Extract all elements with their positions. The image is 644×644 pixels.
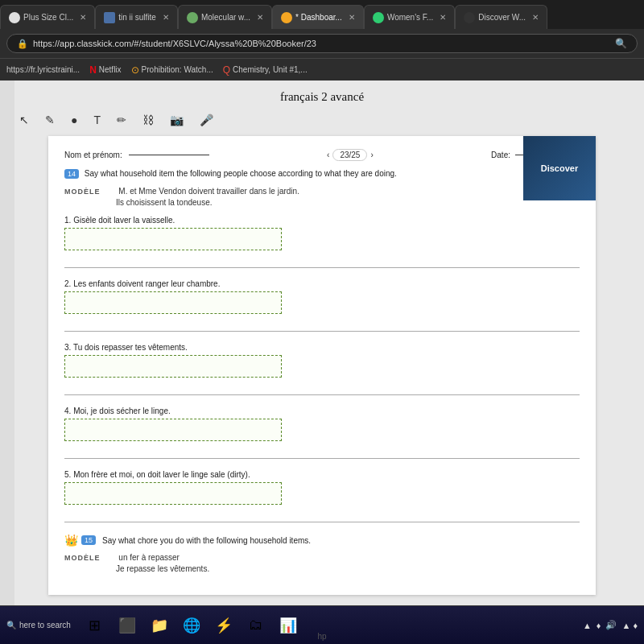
tray-speaker-icon[interactable]: 🔊 (605, 620, 617, 630)
item-5-answer-line (64, 508, 580, 522)
nom-label: Nom et prénom: (64, 151, 122, 159)
modele-section: MODÈLE M. et Mme Vendon doivent travaill… (64, 185, 580, 208)
edge-icon: 🌐 (183, 617, 200, 634)
tray-up-arrow[interactable]: ▲ (583, 621, 592, 630)
exercise-14: 14 Say what household item the following… (64, 169, 580, 179)
bookmark-prohibition[interactable]: ⊙ Prohibition: Watch... (131, 64, 213, 76)
item-1-answer-line (64, 254, 580, 268)
item-1-number: 1. (64, 216, 71, 225)
ex15-modele-row2: Je repasse les vêtements. (64, 563, 580, 574)
pen-tool[interactable]: ✏ (114, 112, 130, 128)
system-tray: ▲ ♦ 🔊 ▲ ♦ (583, 620, 638, 630)
content-area: français 2 avancé ↖ ✎ ● T ✏ ⛓ 📷 🎤 Nom et… (0, 80, 644, 605)
document-area: Nom et prénom: ‹ 23/25 › Date: 14 Say wh… (48, 136, 596, 595)
address-text: https://app.classkick.com/#/student/X6SL… (33, 39, 316, 48)
ex15-modele-answer: Je repasse les vêtements. (116, 564, 209, 573)
item-3-answer-box[interactable] (64, 355, 282, 378)
tab-tin[interactable]: tin ii sulfite ✕ (95, 5, 178, 29)
item-5-answer-box[interactable] (64, 482, 282, 505)
tab-close-icon[interactable]: ✕ (349, 13, 355, 22)
item-5-prompt: 5. Mon frère et moi, on doit laver le li… (64, 470, 580, 479)
windows-icon: ⊞ (89, 617, 101, 634)
bookmarks-bar: https://fr.lyricstraini... N Netflix ⊙ P… (0, 58, 644, 80)
taskbar-task-view[interactable]: ⬛ (113, 611, 142, 640)
modele-answer: Ils choisissent la tondeuse. (116, 198, 213, 207)
item-4-answer-box[interactable] (64, 419, 282, 441)
pencil-tool[interactable]: ✎ (42, 112, 58, 128)
file-explorer-icon: 📁 (151, 617, 168, 634)
bookmark-lyricstraini[interactable]: https://fr.lyricstraini... (6, 65, 80, 74)
taskbar-windows-btn[interactable]: ⊞ (80, 611, 109, 640)
taskbar: 🔍 here to search ⊞ ⬛ 📁 🌐 ⚡ 🗂 📊 ▲ ♦ 🔊 ▲ ♦… (0, 605, 644, 644)
discover-label: Discover (541, 163, 578, 173)
netflix-icon: N (89, 64, 97, 76)
app2-icon: 🗂 (249, 617, 263, 634)
address-bar-row: 🔒 https://app.classkick.com/#/student/X6… (0, 29, 644, 58)
exercise-15-header: 👑 15 Say what chore you do with the foll… (64, 534, 580, 574)
shape-tool[interactable]: ● (68, 112, 80, 128)
item-4-answer-line (64, 444, 580, 459)
tab-close-icon[interactable]: ✕ (532, 13, 539, 22)
taskbar-edge[interactable]: 🌐 (177, 611, 206, 640)
tab-molecular[interactable]: Molecular w... ✕ (178, 5, 272, 29)
tray-network-icon: ♦ (597, 621, 601, 630)
bookmark-chemistry[interactable]: Q Chemistry, Unit #1,... (223, 64, 308, 76)
link-tool[interactable]: ⛓ (139, 112, 157, 128)
text-tool[interactable]: T (90, 112, 104, 128)
tab-close-icon[interactable]: ✕ (163, 13, 169, 22)
search-icon: 🔍 (6, 621, 16, 630)
exercise-15-instruction: Say what chore you do with the following… (102, 536, 311, 545)
mic-tool[interactable]: 🎤 (196, 112, 217, 128)
tab-plus-size[interactable]: Plus Size Cl... ✕ (0, 5, 95, 29)
prohibition-icon: ⊙ (131, 64, 139, 76)
cursor-tool[interactable]: ↖ (16, 112, 32, 128)
exercise-item-2: 2. Les enfants doivent ranger leur chamb… (64, 279, 580, 332)
exercise-item-4: 4. Moi, je dois sécher le linge. (64, 407, 580, 459)
page-indicator[interactable]: 23/25 (332, 149, 367, 161)
bookmark-netflix[interactable]: N Netflix (89, 64, 121, 76)
address-bar[interactable]: 🔒 https://app.classkick.com/#/student/X6… (6, 34, 638, 53)
item-4-prompt: 4. Moi, je dois sécher le linge. (64, 407, 580, 415)
modele-label: MODÈLE (64, 188, 113, 196)
item-2-answer-line (64, 317, 580, 332)
exercise-item-3: 3. Tu dois repasser tes vêtements. (64, 343, 580, 395)
item-1-answer-box[interactable] (64, 228, 282, 250)
exercise-number-14: 14 (64, 169, 79, 179)
item-4-number: 4. (64, 407, 71, 415)
taskbar-app3[interactable]: 📊 (274, 611, 303, 640)
modele-row2: Ils choisissent la tondeuse. (64, 196, 580, 208)
app3-icon: 📊 (279, 617, 297, 634)
item-2-number: 2. (64, 279, 71, 288)
tab-discover[interactable]: Discover W... ✕ (455, 5, 547, 29)
tab-close-icon[interactable]: ✕ (440, 13, 446, 22)
tab-dashboard[interactable]: * Dashboar... ✕ (272, 5, 364, 29)
browser-chrome: Plus Size Cl... ✕ tin ii sulfite ✕ Molec… (0, 0, 644, 80)
ex15-modele-prompt: un fer à repasser (118, 553, 180, 562)
exercise-15-modele: MODÈLE un fer à repasser Je repasse les … (64, 551, 580, 574)
nom-section: Nom et prénom: (64, 151, 209, 159)
chemistry-icon: Q (223, 64, 230, 76)
page-title: français 2 avancé (280, 90, 364, 104)
prev-page-button[interactable]: ‹ (327, 151, 329, 159)
item-3-answer-line (64, 381, 580, 395)
toolbar: ↖ ✎ ● T ✏ ⛓ 📷 🎤 (0, 109, 644, 131)
hp-logo: hp (317, 632, 326, 641)
date-label: Date: (491, 151, 510, 159)
taskbar-file-explorer[interactable]: 📁 (145, 611, 174, 640)
nom-line (129, 155, 209, 155)
taskbar-app1[interactable]: ⚡ (209, 611, 238, 640)
ex15-modele-row1: MODÈLE un fer à repasser (64, 551, 580, 563)
discover-panel[interactable]: Discover (523, 136, 596, 200)
tab-womens[interactable]: Women's F... ✕ (364, 5, 455, 29)
left-sidebar (0, 80, 14, 605)
taskbar-app2[interactable]: 🗂 (242, 611, 270, 640)
doc-header: Nom et prénom: ‹ 23/25 › Date: (64, 149, 580, 161)
camera-tool[interactable]: 📷 (167, 112, 187, 128)
item-2-answer-box[interactable] (64, 291, 282, 314)
modele-prompt: M. et Mme Vendon doivent travailler dans… (118, 187, 299, 196)
modele-row1: MODÈLE M. et Mme Vendon doivent travaill… (64, 185, 580, 196)
taskbar-search[interactable]: 🔍 here to search (6, 621, 71, 630)
tab-close-icon[interactable]: ✕ (80, 13, 86, 22)
next-page-button[interactable]: › (370, 151, 373, 159)
tab-close-icon[interactable]: ✕ (257, 13, 263, 22)
